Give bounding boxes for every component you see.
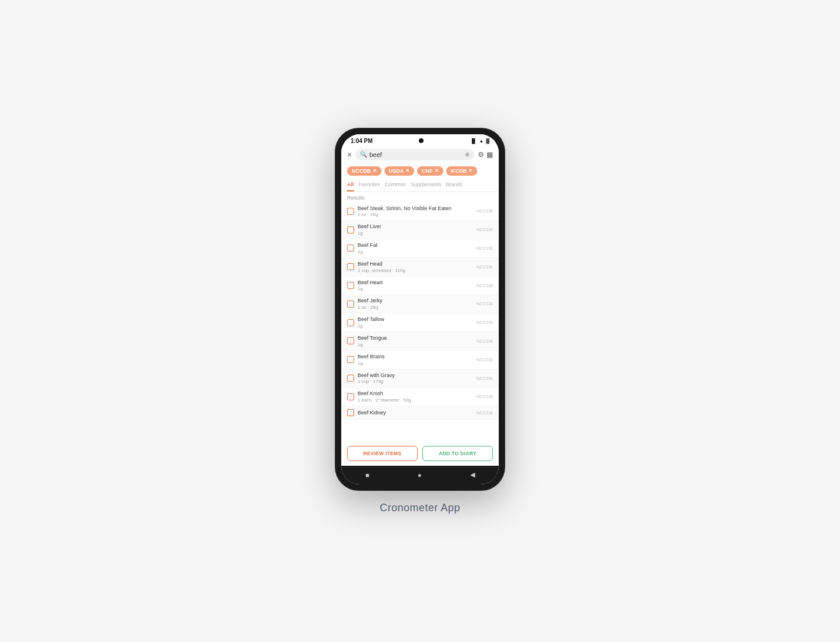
nav-home-icon[interactable]: ● [418,472,422,479]
food-item[interactable]: Beef Tallow 1g NCCDB [341,313,499,332]
food-info-11: Beef Kidney [358,410,473,416]
food-list: Beef Steak, Sirloin, No Visible Fat Eate… [341,203,499,442]
food-source-1: NCCDB [477,227,493,232]
tab-supplements[interactable]: Supplements [411,179,442,191]
food-info-8: Beef Brains 1g [358,354,473,366]
close-button[interactable]: × [347,150,352,159]
food-info-10: Beef Knish 1 each · 2″ diameter · 50g [358,390,473,403]
food-item[interactable]: Beef Tongue 1g NCCDB [341,332,499,351]
chip-cnf[interactable]: CNF✕ [417,166,443,176]
food-serving-4: 1g [358,286,473,291]
chip-usda[interactable]: USDA✕ [384,166,415,176]
food-checkbox-11[interactable] [347,409,354,416]
chip-label-nccdb: NCCDB [352,168,371,174]
food-checkbox-3[interactable] [347,263,354,270]
food-name-8: Beef Brains [358,354,473,360]
food-checkbox-8[interactable] [347,356,354,363]
food-checkbox-7[interactable] [347,337,354,344]
search-input-wrap[interactable]: 🔍 beef ⊗ [355,149,474,160]
food-serving-1: 1g [358,231,473,236]
tabs: AllFavoritesCommonSupplementsBrands [341,179,499,192]
food-item[interactable]: Beef Knish 1 each · 2″ diameter · 50g NC… [341,388,499,406]
food-info-9: Beef with Gravy 1 cup · 178g [358,372,473,385]
food-serving-10: 1 each · 2″ diameter · 50g [358,397,473,403]
food-serving-6: 1g [358,323,473,329]
review-items-button[interactable]: REVIEW ITEMS [347,446,418,461]
chip-remove-usda[interactable]: ✕ [405,168,410,173]
food-source-0: NCCDB [477,208,493,214]
food-name-11: Beef Kidney [358,410,473,416]
food-info-6: Beef Tallow 1g [358,316,473,329]
food-source-10: NCCDB [477,394,493,399]
food-item[interactable]: Beef Heart 1g NCCDB [341,277,499,295]
food-serving-0: 1 oz · 28g [358,212,473,217]
food-item[interactable]: Beef Brains 1g NCCDB [341,351,499,369]
add-to-diary-button[interactable]: ADD TO DIARY [422,446,493,461]
food-checkbox-0[interactable] [347,208,354,215]
food-checkbox-1[interactable] [347,226,354,233]
chip-remove-ifcdb[interactable]: ✕ [468,168,473,173]
search-query: beef [369,151,463,158]
food-name-7: Beef Tongue [358,335,473,341]
chip-ifcdb[interactable]: IFCDB✕ [446,166,478,176]
tab-all[interactable]: All [347,179,354,191]
food-source-3: NCCDB [477,264,493,270]
chip-nccdb[interactable]: NCCDB✕ [347,166,382,176]
food-source-7: NCCDB [477,339,493,344]
food-item[interactable]: Beef Kidney NCCDB [341,406,499,420]
search-actions: ⚙ ▦ [478,151,493,159]
food-checkbox-5[interactable] [347,301,354,308]
food-item[interactable]: Beef with Gravy 1 cup · 178g NCCDB [341,369,499,388]
barcode-icon[interactable]: ▦ [487,151,493,159]
tab-favorites[interactable]: Favorites [359,179,380,191]
food-checkbox-10[interactable] [347,393,354,400]
food-name-4: Beef Heart [358,280,473,286]
status-bar: 1:04 PM ▐▌ ▲ ▓ [341,134,499,146]
food-name-10: Beef Knish [358,390,473,397]
chip-remove-nccdb[interactable]: ✕ [373,168,377,173]
food-info-4: Beef Heart 1g [358,280,473,292]
food-checkbox-2[interactable] [347,245,354,252]
bottom-buttons: REVIEW ITEMS ADD TO DIARY [341,442,499,466]
food-source-2: NCCDB [477,246,493,251]
tab-brands[interactable]: Brands [446,179,463,191]
nav-bar: ■ ● ◀ [341,466,499,484]
food-name-0: Beef Steak, Sirloin, No Visible Fat Eate… [358,205,473,212]
page-wrapper: 1:04 PM ▐▌ ▲ ▓ × 🔍 beef ⊗ ⚙ ▦ [335,128,505,514]
food-item[interactable]: Beef Head 1 cup, shredded · 110g NCCDB [341,258,499,277]
search-clear-icon[interactable]: ⊗ [465,151,470,158]
chip-label-ifcdb: IFCDB [451,168,467,174]
food-name-1: Beef Liver [358,224,473,230]
food-checkbox-4[interactable] [347,282,354,289]
food-name-9: Beef with Gravy [358,372,473,379]
filter-icon[interactable]: ⚙ [478,151,484,159]
food-source-5: NCCDB [477,301,493,306]
app-label: Cronometer App [380,502,460,514]
food-serving-9: 1 cup · 178g [358,379,473,384]
food-name-2: Beef Fat [358,242,473,249]
food-serving-7: 1g [358,342,473,347]
chip-label-usda: USDA [389,168,404,174]
food-checkbox-9[interactable] [347,375,354,382]
food-info-5: Beef Jerky 1 oz · 28g [358,298,473,310]
nav-back-icon[interactable]: ◀ [470,471,475,479]
nav-square-icon[interactable]: ■ [365,472,369,479]
food-checkbox-6[interactable] [347,319,354,326]
battery-icon: ▓ [486,138,489,144]
chip-remove-cnf[interactable]: ✕ [435,168,439,173]
food-item[interactable]: Beef Fat 1g NCCDB [341,239,499,258]
food-item[interactable]: Beef Liver 1g NCCDB [341,221,499,239]
status-icons: ▐▌ ▲ ▓ [470,138,489,144]
food-item[interactable]: Beef Jerky 1 oz · 28g NCCDB [341,295,499,313]
food-name-3: Beef Head [358,261,473,267]
food-serving-2: 1g [358,249,473,254]
food-source-9: NCCDB [477,376,493,381]
search-icon: 🔍 [360,151,367,158]
food-item[interactable]: Beef Steak, Sirloin, No Visible Fat Eate… [341,203,499,221]
camera-cutout [419,138,424,143]
food-source-6: NCCDB [477,320,493,325]
chip-label-cnf: CNF [422,168,433,174]
food-serving-5: 1 oz · 28g [358,305,473,310]
food-source-4: NCCDB [477,283,493,288]
tab-common[interactable]: Common [385,179,407,191]
